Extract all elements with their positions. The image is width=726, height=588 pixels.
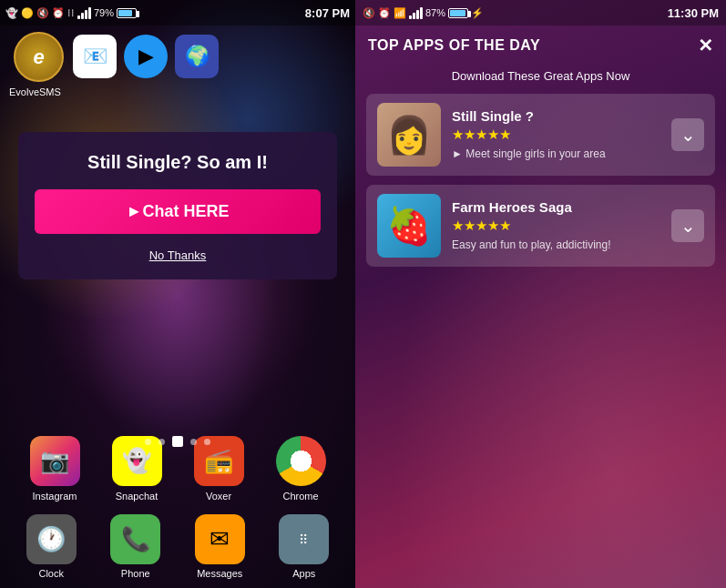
snapchat-label: Snapchat bbox=[116, 491, 158, 502]
app-title-0: Still Single ? bbox=[452, 108, 660, 124]
chevron-0[interactable]: ⌄ bbox=[671, 118, 704, 151]
instagram-label: Instagram bbox=[33, 491, 77, 502]
clock-app[interactable]: 🕐 Clock bbox=[26, 514, 77, 579]
charging-icon: ⚡ bbox=[471, 7, 484, 19]
app-card-info-1: Farm Heroes Saga ★★★★★ Easy and fun to p… bbox=[452, 199, 660, 253]
battery-icon-right bbox=[448, 8, 468, 18]
phone-label: Phone bbox=[121, 568, 150, 579]
signal-bars bbox=[77, 6, 91, 19]
chat-button[interactable]: ►Chat HERE bbox=[35, 189, 321, 234]
app-stars-0: ★★★★★ bbox=[452, 127, 660, 143]
app-desc-1: Easy and fun to play, addictiving! bbox=[452, 238, 660, 253]
chrome-label: Chrome bbox=[282, 491, 318, 502]
right-status-bar: 🔇 ⏰ 📶 87% ⚡ 11:30 PM bbox=[355, 0, 726, 25]
app-card-info-0: Still Single ? ★★★★★ ► Meet single girls… bbox=[452, 108, 660, 162]
modal-title: Still Single? So am I! bbox=[35, 152, 321, 173]
snapchat-ghost-icon: 👻 bbox=[5, 7, 18, 19]
status-right: 8:07 PM bbox=[305, 6, 350, 20]
dot-4 bbox=[190, 439, 197, 445]
app-stars-1: ★★★★★ bbox=[452, 218, 660, 234]
dock-row: 🕐 Clock 📞 Phone ✉ Messages ⠿ Apps bbox=[0, 514, 355, 579]
time-left: 8:07 PM bbox=[305, 6, 350, 20]
mute-icon-r: 🔇 bbox=[363, 7, 375, 19]
clock-icon: 🕐 bbox=[26, 514, 77, 564]
clock-label: Clock bbox=[38, 568, 64, 579]
dot-2 bbox=[158, 439, 165, 445]
voxer-label: Voxer bbox=[206, 491, 231, 502]
panel-title: TOP APPS OF THE DAY bbox=[368, 37, 540, 54]
left-phone: 👻 🟡 🔇 ⏰ ⁞⁞ 79% 8:07 PM e EvolveSMS 📧 ▶ 🌍… bbox=[0, 0, 355, 588]
app-thumb-0: 👩 bbox=[377, 103, 441, 167]
evolve-label: EvolveSMS bbox=[9, 86, 61, 97]
app-title-1: Farm Heroes Saga bbox=[452, 199, 660, 215]
top-icons-row: 📧 ▶ 🌍 bbox=[73, 35, 219, 78]
phone-icon: 📞 bbox=[110, 514, 160, 564]
dot-home[interactable] bbox=[172, 436, 183, 447]
browser-icon[interactable]: 🌍 bbox=[175, 35, 219, 78]
dot-5 bbox=[204, 439, 210, 445]
play-icon[interactable]: ▶ bbox=[124, 35, 168, 78]
page-dots bbox=[0, 436, 355, 447]
time-right: 11:30 PM bbox=[668, 6, 719, 20]
right-status-time: 11:30 PM bbox=[668, 6, 719, 20]
battery-pct-left: 79% bbox=[94, 7, 114, 18]
circle-icon: 🟡 bbox=[21, 7, 34, 19]
left-status-bar: 👻 🟡 🔇 ⏰ ⁞⁞ 79% 8:07 PM bbox=[0, 0, 355, 25]
battery-pct-right: 87% bbox=[425, 7, 445, 18]
status-left: 👻 🟡 🔇 ⏰ ⁞⁞ 79% bbox=[5, 6, 137, 19]
app-thumb-1: 🍓 bbox=[377, 194, 441, 258]
mute-icon: 🔇 bbox=[36, 7, 49, 19]
dot-1 bbox=[145, 439, 151, 445]
app-card-0[interactable]: 👩 Still Single ? ★★★★★ ► Meet single gir… bbox=[366, 94, 715, 176]
no-thanks-link[interactable]: No Thanks bbox=[149, 248, 207, 262]
modal-overlay: Still Single? So am I! ►Chat HERE No Tha… bbox=[18, 132, 337, 279]
app-card-1[interactable]: 🍓 Farm Heroes Saga ★★★★★ Easy and fun to… bbox=[366, 185, 715, 267]
messages-label: Messages bbox=[197, 568, 242, 579]
messages-app[interactable]: ✉ Messages bbox=[195, 514, 245, 579]
close-button[interactable]: ✕ bbox=[698, 35, 713, 56]
alarm-icon-r: ⏰ bbox=[378, 7, 391, 19]
wifi-icon: 📶 bbox=[394, 7, 406, 19]
gmail-icon[interactable]: 📧 bbox=[73, 35, 117, 78]
battery-icon-left bbox=[117, 8, 137, 18]
chevron-1[interactable]: ⌄ bbox=[671, 209, 704, 242]
right-status-left: 🔇 ⏰ 📶 87% ⚡ bbox=[363, 6, 484, 19]
apps-drawer[interactable]: ⠿ Apps bbox=[279, 514, 329, 579]
evolve-icon[interactable]: e bbox=[14, 32, 64, 82]
phone-app[interactable]: 📞 Phone bbox=[110, 514, 160, 579]
panel-subtitle: Download These Great Apps Now bbox=[355, 66, 726, 94]
signal-bars-r bbox=[409, 6, 423, 19]
right-panel: 🔇 ⏰ 📶 87% ⚡ 11:30 PM TOP APPS OF THE DAY… bbox=[355, 0, 726, 588]
messages-icon: ✉ bbox=[195, 514, 245, 564]
panel-title-bar: TOP APPS OF THE DAY ✕ bbox=[355, 25, 726, 66]
apps-label: Apps bbox=[292, 568, 315, 579]
apps-icon: ⠿ bbox=[279, 514, 329, 564]
app-desc-0: ► Meet single girls in your area bbox=[452, 147, 660, 162]
grid-icon: ⁞⁞ bbox=[67, 7, 75, 19]
alarm-icon: ⏰ bbox=[52, 7, 65, 19]
